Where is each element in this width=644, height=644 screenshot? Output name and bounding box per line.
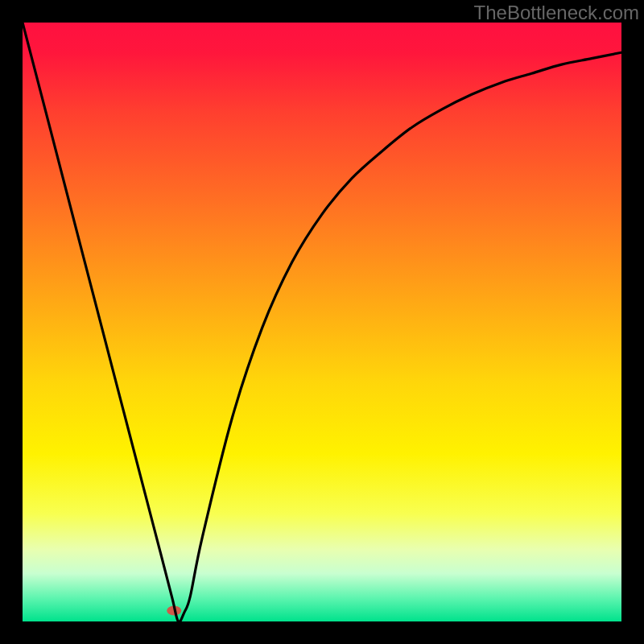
gradient-background bbox=[23, 23, 621, 621]
bottleneck-chart bbox=[0, 0, 644, 644]
watermark-text: TheBottleneck.com bbox=[474, 2, 639, 24]
chart-container: TheBottleneck.com bbox=[0, 0, 644, 644]
